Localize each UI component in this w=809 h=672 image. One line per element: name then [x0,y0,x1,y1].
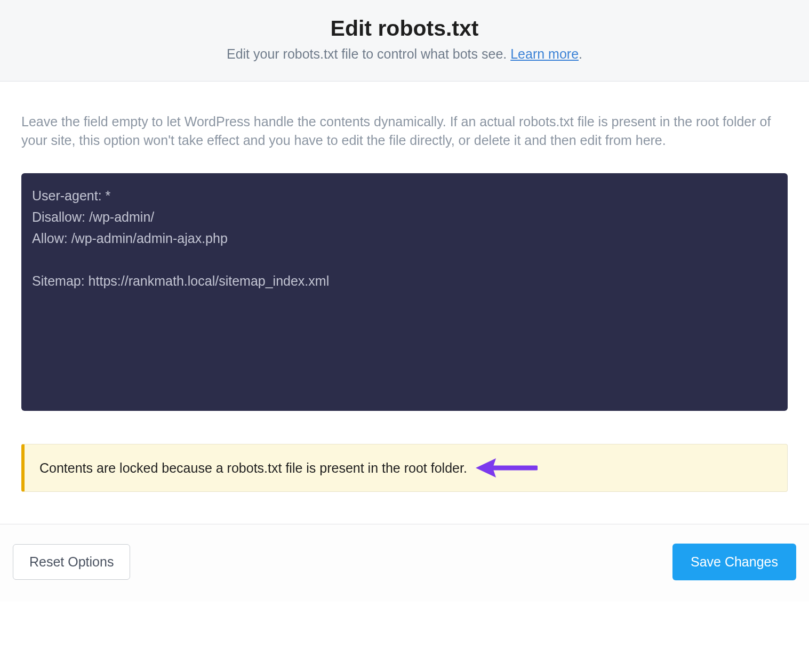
page-header: Edit robots.txt Edit your robots.txt fil… [0,0,809,82]
arrow-left-icon [474,456,538,480]
notice-text: Contents are locked because a robots.txt… [39,460,467,476]
save-changes-button[interactable]: Save Changes [672,544,796,580]
robots-txt-editor[interactable]: User-agent: * Disallow: /wp-admin/ Allow… [21,173,788,411]
field-description: Leave the field empty to let WordPress h… [21,112,788,150]
page-title: Edit robots.txt [0,16,809,41]
page-subtitle: Edit your robots.txt file to control wha… [0,46,809,62]
robots-txt-content: User-agent: * Disallow: /wp-admin/ Allow… [32,185,777,292]
content-area: Leave the field empty to let WordPress h… [0,82,809,524]
subtitle-text: Edit your robots.txt file to control wha… [227,46,510,61]
reset-options-button[interactable]: Reset Options [13,544,130,580]
subtitle-suffix: . [579,46,582,61]
page-footer: Reset Options Save Changes [0,524,809,602]
locked-notice: Contents are locked because a robots.txt… [21,444,788,492]
learn-more-link[interactable]: Learn more [510,46,579,61]
